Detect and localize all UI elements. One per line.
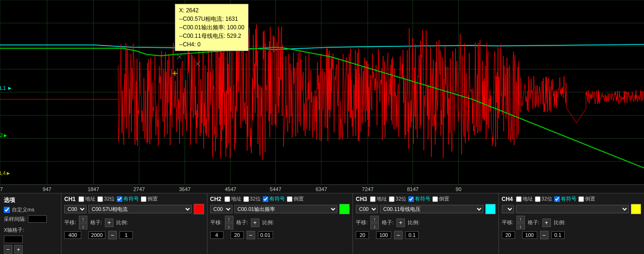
ch3-hshift-down[interactable]: ↓	[370, 223, 379, 229]
ch1-grid-minus[interactable]: −	[108, 231, 117, 239]
ch4-section: CH4 地址 32位 有符号 倒置 平移: ↑ ↓ 格子: + 比例:	[499, 193, 644, 254]
ch4-hshift-label: 平移:	[502, 219, 514, 226]
ch3-addr-checkbox[interactable]	[370, 196, 376, 202]
x-tick: 6347	[316, 186, 327, 192]
controls-area: 选项 自定义ms 采样间隔: 2 X轴格子: 900 − + CH1 地址 32…	[0, 193, 644, 254]
ch3-scale-label: 比例:	[408, 219, 420, 226]
ch2-color-box[interactable]	[339, 204, 350, 214]
x-axis-bar: 479471847274736474547544763477247814790	[0, 184, 644, 193]
ch2-reverse-checkbox[interactable]	[287, 196, 292, 202]
x-tick: 3647	[179, 186, 190, 192]
ch3-param-select[interactable]: C00.11母线电压	[380, 205, 483, 213]
ch2-symbol-checkbox[interactable]	[263, 196, 268, 202]
ch1-hshift-up[interactable]: ↑	[79, 216, 87, 222]
ch4-grid-minus[interactable]: −	[540, 231, 549, 239]
ch2-section: CH2 地址 32位 有符号 倒置 C00 C00.01输出频率 平移: ↑ ↓…	[207, 193, 353, 254]
ch1-grid-label: 格子:	[90, 219, 102, 226]
custom-ms-label: 自定义ms	[12, 206, 34, 213]
ch4-grid-value: 100	[522, 231, 537, 239]
x-tick: 5447	[270, 186, 281, 192]
ch1-hshift-value: 400	[64, 231, 81, 239]
ch1-section: CH1 地址 32位 有符号 倒置 C00 C00.57U相电流 平移: ↑ ↓…	[61, 193, 207, 254]
ch3-section: CH3 地址 32位 有符号 倒置 C00 C00.11母线电压 平移: ↑ ↓…	[353, 193, 499, 254]
ch2-scale-value: 0.01	[258, 231, 273, 239]
x-grid-minus-button[interactable]: −	[4, 245, 12, 254]
ch4-scale-label: 比例:	[554, 219, 566, 226]
ch3-grid-value: 100	[376, 231, 391, 239]
ch3-scale-value: 0.1	[405, 231, 419, 239]
ch1-title: CH1	[64, 196, 76, 202]
x-tick: 7247	[362, 186, 373, 192]
ch3-title: CH3	[356, 196, 367, 202]
x-tick: 8147	[407, 186, 418, 192]
x-tick: 4547	[225, 186, 236, 192]
custom-ms-checkbox[interactable]	[4, 207, 10, 213]
ch3-reverse-checkbox[interactable]	[432, 196, 438, 202]
x-grid-label: X轴格子:	[4, 227, 24, 234]
ch1-scale-label: 比例:	[116, 219, 128, 226]
ch3-grid-plus[interactable]: +	[396, 219, 405, 227]
ch4-title: CH4	[502, 196, 513, 202]
ch4-hshift-down[interactable]: ↓	[516, 223, 525, 229]
ch1-hshift-down[interactable]: ↓	[79, 223, 87, 229]
ch4-color-box[interactable]	[631, 204, 641, 214]
x-grid-plus-button[interactable]: +	[14, 245, 23, 254]
ch3-color-box[interactable]	[485, 204, 496, 214]
ch2-hshift-label: 平移:	[210, 219, 222, 226]
ch2-grid-plus[interactable]: +	[251, 219, 259, 227]
ch1-reverse-checkbox[interactable]	[141, 196, 146, 202]
ch1-color-box[interactable]	[194, 204, 204, 214]
options-label: 选项	[4, 196, 15, 204]
x-grid-input[interactable]: 900	[4, 236, 23, 243]
sample-interval-label: 采样间隔:	[4, 216, 26, 223]
ch3-hshift-value: 20	[356, 231, 369, 239]
ch1-param-select[interactable]: C00.57U相电流	[88, 205, 192, 213]
ch2-param-select[interactable]: C00.01输出频率	[234, 205, 338, 213]
ch1-grid-value: 2000	[88, 231, 105, 239]
ch2-addr-checkbox[interactable]	[224, 196, 230, 202]
x-tick: 90	[455, 186, 461, 192]
ch3-hshift-up[interactable]: ↑	[370, 216, 379, 222]
ch4-device-select[interactable]	[502, 205, 514, 213]
x-tick: 947	[43, 186, 51, 192]
x-tick: 2747	[133, 186, 145, 192]
ch2-grid-value: 20	[231, 231, 244, 239]
ch2-hshift-down[interactable]: ↓	[225, 223, 233, 229]
ch2-hshift-value: 4	[210, 231, 223, 239]
ch4-symbol-checkbox[interactable]	[554, 196, 560, 202]
left-controls: 选项 自定义ms 采样间隔: 2 X轴格子: 900 − +	[0, 193, 61, 254]
ch2-grid-minus[interactable]: −	[247, 231, 255, 239]
ch4-hshift-value: 20	[502, 231, 515, 239]
ch2-device-select[interactable]: C00	[210, 205, 232, 213]
ch1-symbol-checkbox[interactable]	[117, 196, 122, 202]
ch3-32bit-checkbox[interactable]	[389, 196, 395, 202]
ch3-hshift-label: 平移:	[356, 219, 368, 226]
ch1-addr-checkbox[interactable]	[78, 196, 84, 202]
ch4-32bit-checkbox[interactable]	[535, 196, 541, 202]
ch2-scale-label: 比例:	[262, 219, 274, 226]
ch1-32bit-checkbox[interactable]	[97, 196, 103, 202]
ch4-grid-plus[interactable]: +	[542, 219, 551, 227]
ch4-addr-checkbox[interactable]	[516, 196, 522, 202]
ch1-hshift-label: 平移:	[64, 219, 76, 226]
ch4-reverse-checkbox[interactable]	[578, 196, 584, 202]
ch4-scale-value: 0.1	[551, 231, 565, 239]
ch4-hshift-up[interactable]: ↑	[516, 216, 525, 222]
sample-interval-input[interactable]: 2	[28, 215, 47, 223]
ch4-grid-label: 格子:	[528, 219, 540, 226]
ch2-title: CH2	[210, 196, 222, 202]
ch4-param-select[interactable]	[516, 205, 629, 213]
ch3-grid-minus[interactable]: −	[394, 231, 403, 239]
ch1-scale-value: 1	[120, 231, 133, 239]
ch2-grid-label: 格子:	[236, 219, 248, 226]
chart-area: X: 2642 --C00.57U相电流: 1631 --C00.01输出频率:…	[0, 0, 644, 184]
ch1-device-select[interactable]: C00	[64, 205, 86, 213]
chart-canvas	[0, 0, 644, 184]
ch1-grid-plus[interactable]: +	[105, 219, 113, 227]
x-tick: 47	[0, 186, 3, 192]
ch3-device-select[interactable]: C00	[356, 205, 378, 213]
ch2-32bit-checkbox[interactable]	[243, 196, 249, 202]
ch2-hshift-up[interactable]: ↑	[225, 216, 233, 222]
ch3-symbol-checkbox[interactable]	[408, 196, 414, 202]
ch3-grid-label: 格子:	[382, 219, 394, 226]
